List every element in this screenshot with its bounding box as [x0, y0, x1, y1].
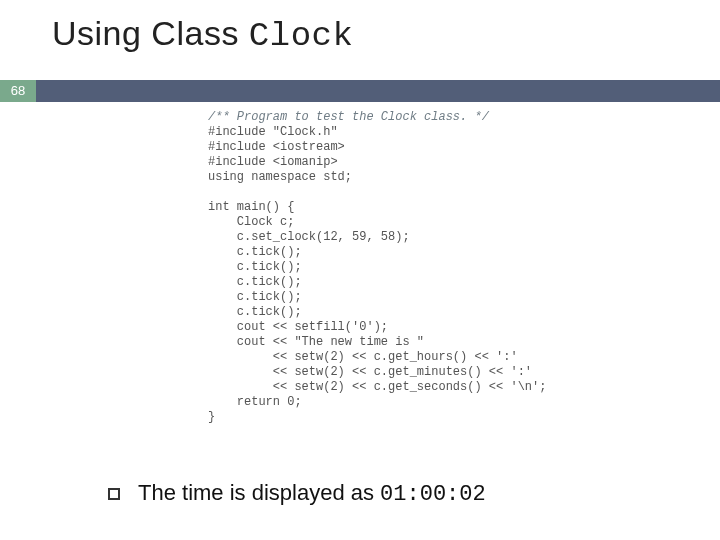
code-line: cout << setfill('0'); — [208, 320, 388, 334]
code-line: int main() { — [208, 200, 294, 214]
slide: Using Class Clock 68 /** Program to test… — [0, 0, 720, 540]
code-line: << setw(2) << c.get_hours() << ':' — [208, 350, 518, 364]
bullet-mono: 01:00:02 — [380, 482, 486, 507]
code-line: } — [208, 410, 215, 424]
code-line: c.tick(); — [208, 275, 302, 289]
code-line: using namespace std; — [208, 170, 352, 184]
slide-title: Using Class Clock — [52, 14, 353, 55]
code-line: #include "Clock.h" — [208, 125, 338, 139]
code-line: << setw(2) << c.get_seconds() << '\n'; — [208, 380, 546, 394]
code-block: /** Program to test the Clock class. */ … — [208, 110, 546, 425]
code-line: c.set_clock(12, 59, 58); — [208, 230, 410, 244]
title-text: Using Class — [52, 14, 249, 52]
code-line: c.tick(); — [208, 260, 302, 274]
code-line: #include <iomanip> — [208, 155, 338, 169]
square-bullet-icon — [108, 488, 120, 500]
code-line: c.tick(); — [208, 290, 302, 304]
title-mono: Clock — [249, 17, 354, 55]
code-line: cout << "The new time is " — [208, 335, 424, 349]
slide-number-badge: 68 — [0, 80, 36, 102]
bullet-prefix: The time is displayed as — [138, 480, 380, 505]
code-line: return 0; — [208, 395, 302, 409]
code-line: << setw(2) << c.get_minutes() << ':' — [208, 365, 532, 379]
code-comment: /** Program to test the Clock class. */ — [208, 110, 489, 124]
code-line: c.tick(); — [208, 305, 302, 319]
code-line: Clock c; — [208, 215, 294, 229]
code-line: #include <iostream> — [208, 140, 345, 154]
bullet-item: The time is displayed as 01:00:02 — [108, 480, 486, 507]
code-line: c.tick(); — [208, 245, 302, 259]
header-bar — [0, 80, 720, 102]
bullet-text: The time is displayed as 01:00:02 — [138, 480, 486, 507]
